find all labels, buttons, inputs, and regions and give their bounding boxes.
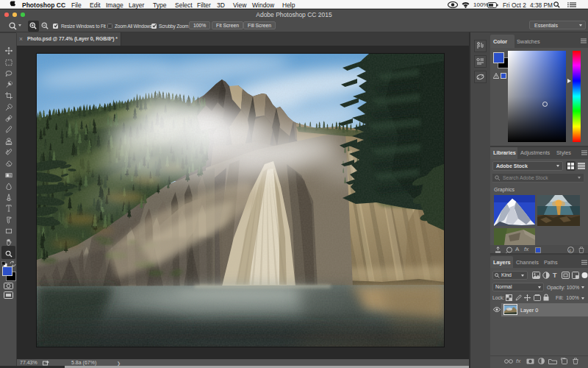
svg-text:c: c [569, 248, 571, 252]
